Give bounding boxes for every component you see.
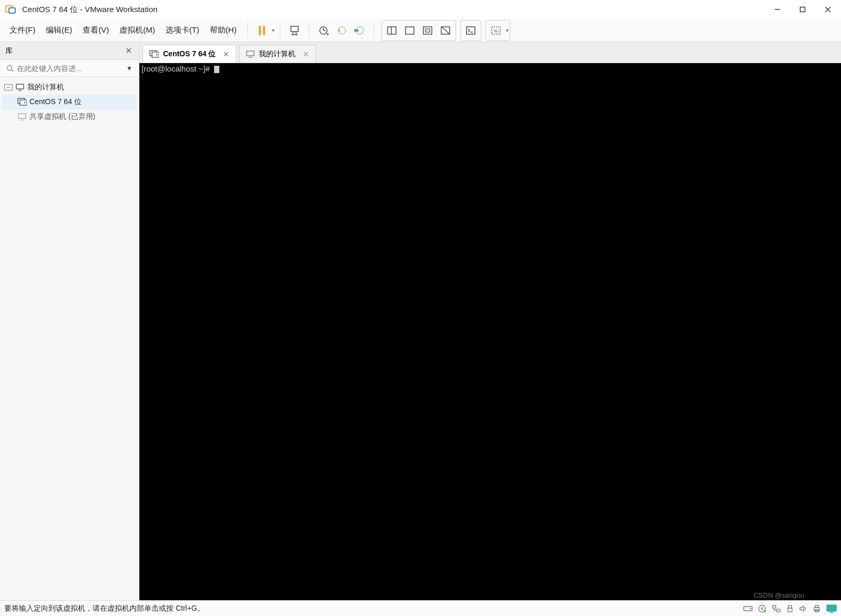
collapse-icon[interactable]: − xyxy=(4,84,13,90)
shared-vm-icon xyxy=(17,113,27,120)
menu-tabs[interactable]: 选项卡(T) xyxy=(160,22,205,38)
sound-icon[interactable] xyxy=(799,604,807,613)
svg-rect-36 xyxy=(18,114,26,118)
separator xyxy=(247,23,248,38)
svg-rect-48 xyxy=(777,609,780,612)
svg-rect-50 xyxy=(788,608,792,612)
svg-rect-6 xyxy=(259,26,261,35)
svg-point-30 xyxy=(7,65,12,70)
svg-rect-54 xyxy=(827,605,836,611)
svg-text:%: % xyxy=(494,28,498,34)
menu-vm[interactable]: 虚拟机(M) xyxy=(114,22,160,38)
svg-point-46 xyxy=(764,610,766,612)
snapshot-take-button[interactable] xyxy=(315,22,332,39)
vm-running-icon xyxy=(17,98,27,106)
search-dropdown[interactable]: ▼ xyxy=(123,65,136,72)
svg-rect-3 xyxy=(801,7,805,12)
svg-rect-7 xyxy=(263,26,265,35)
monitor-icon xyxy=(246,51,255,58)
library-sidebar: 库 ✕ ▼ − 我的计算机 CentOS 7 64 位 共享虚拟机 (已弃用) xyxy=(0,42,139,600)
printer-icon[interactable] xyxy=(813,604,821,613)
vm-console[interactable]: [root@localhost ~]# xyxy=(139,63,841,600)
svg-point-43 xyxy=(750,608,752,609)
tab-label: CentOS 7 64 位 xyxy=(163,49,216,59)
maximize-button[interactable] xyxy=(794,2,812,17)
svg-rect-23 xyxy=(425,29,430,32)
svg-line-31 xyxy=(12,69,14,72)
fullscreen-button[interactable] xyxy=(419,22,437,39)
content-area: CentOS 7 64 位 ✕ 我的计算机 ✕ [root@localhost … xyxy=(139,42,841,600)
library-search-input[interactable] xyxy=(17,64,123,73)
search-icon xyxy=(6,65,14,72)
display-icon[interactable] xyxy=(826,604,837,613)
menu-file[interactable]: 文件(F) xyxy=(4,22,40,38)
cursor-icon xyxy=(214,66,219,73)
svg-rect-52 xyxy=(815,605,818,608)
status-icons xyxy=(743,604,837,613)
unity-button[interactable] xyxy=(437,22,454,39)
menu-help[interactable]: 帮助(H) xyxy=(205,22,242,38)
svg-point-45 xyxy=(761,608,763,610)
svg-rect-8 xyxy=(291,26,298,32)
single-view-button[interactable] xyxy=(401,22,419,39)
svg-rect-47 xyxy=(773,605,776,608)
separator xyxy=(373,23,374,38)
snapshot-manager-button[interactable] xyxy=(350,22,368,39)
separator xyxy=(309,23,309,38)
view-mode-group xyxy=(381,20,456,41)
scale-dropdown[interactable]: ▾ xyxy=(506,27,509,33)
hdd-icon[interactable] xyxy=(743,604,753,613)
library-tree: − 我的计算机 CentOS 7 64 位 共享虚拟机 (已弃用) xyxy=(0,77,139,127)
tree-label: 我的计算机 xyxy=(27,83,64,92)
tree-label: 共享虚拟机 (已弃用) xyxy=(29,112,95,122)
svg-rect-40 xyxy=(247,51,254,56)
split-view-button[interactable] xyxy=(383,22,401,39)
main-area: 库 ✕ ▼ − 我的计算机 CentOS 7 64 位 共享虚拟机 (已弃用) xyxy=(0,42,841,600)
close-button[interactable] xyxy=(819,2,837,17)
snapshot-revert-button[interactable] xyxy=(332,22,350,39)
scale-group: % ▾ xyxy=(485,20,510,41)
scale-button[interactable]: % xyxy=(487,22,505,39)
library-title: 库 xyxy=(5,46,123,56)
console-view-button[interactable] xyxy=(462,22,480,39)
tab-close-button[interactable]: ✕ xyxy=(303,50,309,58)
tab-centos[interactable]: CentOS 7 64 位 ✕ xyxy=(143,45,236,63)
menu-view[interactable]: 查看(V) xyxy=(77,22,114,38)
tabstrip: CentOS 7 64 位 ✕ 我的计算机 ✕ xyxy=(139,42,841,63)
send-ctrl-alt-del-button[interactable] xyxy=(286,22,303,39)
tree-shared-vms[interactable]: 共享虚拟机 (已弃用) xyxy=(2,109,137,124)
svg-rect-26 xyxy=(467,27,475,34)
statusbar: 要将输入定向到该虚拟机，请在虚拟机内部单击或按 Ctrl+G。 xyxy=(0,600,841,616)
svg-rect-19 xyxy=(388,27,396,34)
tree-root-my-computer[interactable]: − 我的计算机 xyxy=(2,80,137,95)
usb-icon[interactable] xyxy=(786,604,794,613)
svg-line-25 xyxy=(442,27,450,34)
tab-my-computer[interactable]: 我的计算机 ✕ xyxy=(239,45,316,63)
monitor-icon xyxy=(15,84,25,91)
minimize-button[interactable] xyxy=(768,2,786,17)
menu-edit[interactable]: 编辑(E) xyxy=(40,22,77,38)
svg-rect-21 xyxy=(406,27,414,34)
separator xyxy=(280,23,280,38)
vmware-app-icon xyxy=(4,3,17,16)
svg-rect-32 xyxy=(16,84,24,89)
console-group xyxy=(460,20,481,41)
cd-icon[interactable] xyxy=(758,604,766,613)
library-search: ▼ xyxy=(0,60,139,77)
pause-button[interactable] xyxy=(253,22,271,39)
console-prompt: [root@localhost ~]# xyxy=(141,64,212,73)
network-icon[interactable] xyxy=(772,604,781,613)
window-title: CentOS 7 64 位 - VMware Workstation xyxy=(22,5,768,15)
window-controls xyxy=(768,2,837,17)
tab-label: 我的计算机 xyxy=(259,49,296,59)
vm-running-icon xyxy=(149,50,159,58)
status-message: 要将输入定向到该虚拟机，请在虚拟机内部单击或按 Ctrl+G。 xyxy=(4,604,743,613)
tree-label: CentOS 7 64 位 xyxy=(29,97,82,107)
power-dropdown[interactable]: ▾ xyxy=(272,27,275,33)
svg-rect-1 xyxy=(9,8,15,13)
library-close-button[interactable]: ✕ xyxy=(123,46,134,56)
tree-vm-centos[interactable]: CentOS 7 64 位 xyxy=(2,95,137,109)
svg-rect-22 xyxy=(423,27,432,34)
tab-close-button[interactable]: ✕ xyxy=(223,50,229,58)
titlebar: CentOS 7 64 位 - VMware Workstation xyxy=(0,0,841,19)
